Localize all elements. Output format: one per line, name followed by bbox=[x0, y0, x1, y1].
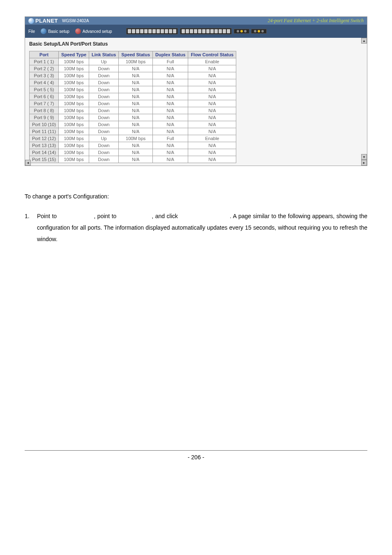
table-cell: Down bbox=[89, 128, 119, 135]
table-cell: 100M bps bbox=[59, 58, 89, 65]
port-led-panels bbox=[126, 28, 232, 35]
table-cell: N/A bbox=[153, 65, 188, 72]
table-cell: Port 1 ( 1) bbox=[30, 58, 59, 65]
table-cell: Down bbox=[89, 72, 119, 79]
table-row: Port 3 ( 3)100M bpsDownN/AN/AN/A bbox=[30, 72, 236, 79]
table-cell: N/A bbox=[119, 128, 153, 135]
blue-dot-icon bbox=[41, 28, 46, 34]
table-cell: Down bbox=[89, 93, 119, 100]
scroll-left-button[interactable]: ◄ bbox=[25, 160, 31, 166]
brand-text: PLANET bbox=[35, 18, 58, 24]
table-header-cell: Port bbox=[30, 51, 59, 58]
table-cell: Port 11 (11) bbox=[30, 128, 59, 135]
table-cell: 100M bps bbox=[59, 128, 89, 135]
table-cell: Port 6 ( 6) bbox=[30, 93, 59, 100]
table-cell: N/A bbox=[153, 156, 188, 163]
nav-advanced-setup[interactable]: Advanced setup bbox=[75, 28, 112, 34]
table-row: Port 6 ( 6)100M bpsDownN/AN/AN/A bbox=[30, 93, 236, 100]
table-cell: N/A bbox=[188, 149, 236, 156]
table-cell: N/A bbox=[153, 107, 188, 114]
table-cell: N/A bbox=[119, 79, 153, 86]
table-cell: N/A bbox=[153, 79, 188, 86]
table-cell: N/A bbox=[188, 107, 236, 114]
table-row: Port 15 (15)100M bpsDownN/AN/AN/A bbox=[30, 156, 236, 163]
table-cell: 100M bps bbox=[59, 93, 89, 100]
nav-file[interactable]: File bbox=[28, 29, 35, 34]
table-cell: Down bbox=[89, 86, 119, 93]
table-cell: N/A bbox=[119, 72, 153, 79]
table-cell: Up bbox=[89, 135, 119, 142]
table-row: Port 4 ( 4)100M bpsDownN/AN/AN/A bbox=[30, 79, 236, 86]
table-cell: N/A bbox=[188, 86, 236, 93]
port-panel-1 bbox=[126, 28, 178, 35]
table-cell: Port 9 ( 9) bbox=[30, 114, 59, 121]
table-cell: Port 12 (12) bbox=[30, 135, 59, 142]
table-cell: N/A bbox=[119, 149, 153, 156]
table-cell: N/A bbox=[188, 156, 236, 163]
instructions: To change a port's Configuration: 1. Poi… bbox=[25, 191, 367, 245]
instruction-step-1: 1. Point to , point to , and click . A p… bbox=[25, 210, 367, 245]
scroll-right-button[interactable]: ► bbox=[361, 160, 367, 166]
brand-logo: PLANET bbox=[28, 18, 58, 24]
scroll-down-button[interactable]: ▼ bbox=[361, 154, 367, 160]
table-header-cell: Flow Control Status bbox=[188, 51, 236, 58]
table-row: Port 7 ( 7)100M bpsDownN/AN/AN/A bbox=[30, 100, 236, 107]
table-cell: N/A bbox=[188, 142, 236, 149]
table-row: Port 11 (11)100M bpsDownN/AN/AN/A bbox=[30, 128, 236, 135]
scroll-up-button[interactable]: ▲ bbox=[361, 38, 367, 44]
table-cell: Port 5 ( 5) bbox=[30, 86, 59, 93]
content-area: ▲ Basic Setup/LAN Port/Port Status PortS… bbox=[25, 38, 367, 166]
table-cell: Up bbox=[89, 58, 119, 65]
table-cell: Down bbox=[89, 114, 119, 121]
table-cell: N/A bbox=[119, 65, 153, 72]
table-cell: N/A bbox=[153, 121, 188, 128]
table-cell: N/A bbox=[188, 100, 236, 107]
table-cell: N/A bbox=[188, 128, 236, 135]
table-cell: N/A bbox=[188, 121, 236, 128]
table-row: Port 2 ( 2)100M bpsDownN/AN/AN/A bbox=[30, 65, 236, 72]
instructions-title: To change a port's Configuration: bbox=[25, 191, 367, 202]
table-cell: 100M bps bbox=[119, 58, 153, 65]
table-cell: Full bbox=[153, 58, 188, 65]
table-cell: Down bbox=[89, 149, 119, 156]
table-row: Port 1 ( 1)100M bpsUp100M bpsFullEnable bbox=[30, 58, 236, 65]
table-cell: Port 14 (14) bbox=[30, 149, 59, 156]
table-row: Port 9 ( 9)100M bpsDownN/AN/AN/A bbox=[30, 114, 236, 121]
table-cell: 100M bps bbox=[59, 156, 89, 163]
table-cell: 100M bps bbox=[59, 100, 89, 107]
table-cell: N/A bbox=[188, 114, 236, 121]
table-header-cell: Duplex Status bbox=[153, 51, 188, 58]
table-cell: 100M bps bbox=[59, 114, 89, 121]
app-screenshot: PLANET WGSW-2402A 24-port Fast Ethernet … bbox=[25, 16, 367, 166]
table-cell: Down bbox=[89, 79, 119, 86]
table-cell: Down bbox=[89, 156, 119, 163]
table-cell: Down bbox=[89, 100, 119, 107]
table-cell: 100M bps bbox=[59, 142, 89, 149]
table-row: Port 12 (12)100M bpsUp100M bpsFullEnable bbox=[30, 135, 236, 142]
table-cell: Down bbox=[89, 142, 119, 149]
table-cell: 100M bps bbox=[59, 86, 89, 93]
table-cell: Enable bbox=[188, 58, 236, 65]
table-cell: Port 10 (10) bbox=[30, 121, 59, 128]
table-cell: Enable bbox=[188, 135, 236, 142]
table-cell: N/A bbox=[119, 121, 153, 128]
table-cell: Port 2 ( 2) bbox=[30, 65, 59, 72]
nav-basic-setup[interactable]: Basic setup bbox=[41, 28, 69, 34]
table-header-cell: Speed Status bbox=[119, 51, 153, 58]
page-footer: - 206 - bbox=[25, 450, 367, 461]
table-cell: N/A bbox=[153, 72, 188, 79]
table-row: Port 14 (14)100M bpsDownN/AN/AN/A bbox=[30, 149, 236, 156]
table-cell: N/A bbox=[188, 72, 236, 79]
table-cell: N/A bbox=[153, 114, 188, 121]
table-cell: 100M bps bbox=[59, 121, 89, 128]
tagline: 24-port Fast Ethernet + 2-slot Intellige… bbox=[268, 18, 364, 24]
table-cell: 100M bps bbox=[59, 65, 89, 72]
table-cell: 100M bps bbox=[59, 149, 89, 156]
table-header-cell: Link Status bbox=[89, 51, 119, 58]
table-row: Port 13 (13)100M bpsDownN/AN/AN/A bbox=[30, 142, 236, 149]
table-cell: 100M bps bbox=[59, 72, 89, 79]
table-cell: Port 4 ( 4) bbox=[30, 79, 59, 86]
table-row: Port 8 ( 8)100M bpsDownN/AN/AN/A bbox=[30, 107, 236, 114]
step-body: Point to , point to , and click . A page… bbox=[37, 210, 367, 245]
table-header-row: PortSpeed TypeLink StatusSpeed StatusDup… bbox=[30, 51, 236, 58]
